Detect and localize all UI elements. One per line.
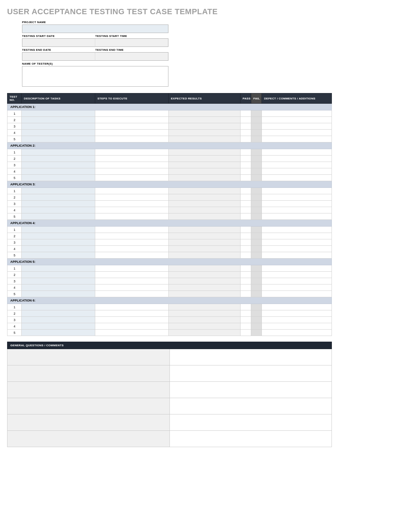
gq-comment-cell[interactable] — [169, 414, 332, 431]
cell-description[interactable] — [22, 123, 95, 130]
cell-steps[interactable] — [95, 207, 169, 213]
cell-expected[interactable] — [168, 194, 240, 201]
cell-fail[interactable] — [251, 239, 262, 246]
cell-fail[interactable] — [251, 284, 262, 291]
cell-steps[interactable] — [95, 272, 169, 278]
cell-steps[interactable] — [95, 323, 169, 330]
cell-description[interactable] — [22, 284, 95, 291]
cell-pass[interactable] — [240, 233, 251, 239]
cell-expected[interactable] — [168, 130, 240, 136]
cell-description[interactable] — [22, 246, 95, 252]
cell-defect[interactable] — [262, 149, 332, 156]
cell-test-no[interactable]: 3 — [7, 278, 22, 284]
cell-test-no[interactable]: 3 — [7, 239, 22, 246]
cell-pass[interactable] — [240, 207, 251, 213]
cell-steps[interactable] — [95, 213, 169, 220]
field-project-name[interactable] — [22, 25, 168, 33]
cell-pass[interactable] — [240, 252, 251, 259]
cell-pass[interactable] — [240, 110, 251, 117]
cell-description[interactable] — [22, 233, 95, 239]
gq-number-cell[interactable] — [7, 398, 170, 414]
field-start-time[interactable] — [95, 38, 168, 47]
cell-description[interactable] — [22, 227, 95, 233]
cell-defect[interactable] — [262, 194, 332, 201]
cell-fail[interactable] — [251, 207, 262, 213]
cell-defect[interactable] — [262, 272, 332, 278]
cell-test-no[interactable]: 3 — [7, 162, 22, 168]
cell-steps[interactable] — [95, 130, 169, 136]
cell-defect[interactable] — [262, 188, 332, 194]
cell-pass[interactable] — [240, 265, 251, 272]
cell-fail[interactable] — [251, 188, 262, 194]
cell-fail[interactable] — [251, 156, 262, 162]
gq-comment-cell[interactable] — [169, 398, 332, 414]
cell-test-no[interactable]: 1 — [7, 265, 22, 272]
cell-test-no[interactable]: 2 — [7, 156, 22, 162]
cell-steps[interactable] — [95, 278, 169, 284]
cell-defect[interactable] — [262, 110, 332, 117]
cell-description[interactable] — [22, 330, 95, 336]
cell-steps[interactable] — [95, 239, 169, 246]
cell-test-no[interactable]: 1 — [7, 188, 22, 194]
cell-description[interactable] — [22, 278, 95, 284]
cell-defect[interactable] — [262, 304, 332, 310]
cell-description[interactable] — [22, 188, 95, 194]
cell-fail[interactable] — [251, 123, 262, 130]
cell-expected[interactable] — [168, 317, 240, 323]
cell-expected[interactable] — [168, 291, 240, 297]
field-end-date[interactable] — [22, 52, 95, 61]
cell-test-no[interactable]: 2 — [7, 272, 22, 278]
cell-expected[interactable] — [168, 149, 240, 156]
cell-defect[interactable] — [262, 213, 332, 220]
cell-steps[interactable] — [95, 188, 169, 194]
cell-defect[interactable] — [262, 330, 332, 336]
cell-pass[interactable] — [240, 278, 251, 284]
gq-number-cell[interactable] — [7, 382, 170, 398]
cell-steps[interactable] — [95, 233, 169, 239]
cell-expected[interactable] — [168, 117, 240, 123]
cell-test-no[interactable]: 2 — [7, 310, 22, 317]
cell-defect[interactable] — [262, 175, 332, 181]
cell-expected[interactable] — [168, 304, 240, 310]
cell-test-no[interactable]: 2 — [7, 117, 22, 123]
cell-expected[interactable] — [168, 239, 240, 246]
cell-expected[interactable] — [168, 188, 240, 194]
cell-description[interactable] — [22, 110, 95, 117]
cell-expected[interactable] — [168, 110, 240, 117]
cell-steps[interactable] — [95, 156, 169, 162]
cell-defect[interactable] — [262, 278, 332, 284]
cell-expected[interactable] — [168, 156, 240, 162]
cell-expected[interactable] — [168, 168, 240, 175]
cell-steps[interactable] — [95, 291, 169, 297]
cell-fail[interactable] — [251, 136, 262, 142]
cell-expected[interactable] — [168, 175, 240, 181]
cell-defect[interactable] — [262, 117, 332, 123]
cell-description[interactable] — [22, 239, 95, 246]
cell-test-no[interactable]: 5 — [7, 213, 22, 220]
cell-test-no[interactable]: 4 — [7, 323, 22, 330]
cell-fail[interactable] — [251, 246, 262, 252]
cell-description[interactable] — [22, 175, 95, 181]
cell-pass[interactable] — [240, 188, 251, 194]
cell-steps[interactable] — [95, 168, 169, 175]
cell-fail[interactable] — [251, 162, 262, 168]
cell-test-no[interactable]: 1 — [7, 304, 22, 310]
cell-expected[interactable] — [168, 246, 240, 252]
cell-test-no[interactable]: 4 — [7, 246, 22, 252]
cell-test-no[interactable]: 5 — [7, 291, 22, 297]
cell-description[interactable] — [22, 265, 95, 272]
cell-test-no[interactable]: 1 — [7, 227, 22, 233]
cell-expected[interactable] — [168, 323, 240, 330]
cell-defect[interactable] — [262, 233, 332, 239]
cell-fail[interactable] — [251, 168, 262, 175]
cell-expected[interactable] — [168, 136, 240, 142]
cell-description[interactable] — [22, 201, 95, 207]
field-end-time[interactable] — [95, 52, 168, 61]
cell-defect[interactable] — [262, 265, 332, 272]
field-testers[interactable] — [22, 66, 168, 87]
cell-pass[interactable] — [240, 130, 251, 136]
cell-steps[interactable] — [95, 252, 169, 259]
cell-fail[interactable] — [251, 227, 262, 233]
cell-pass[interactable] — [240, 162, 251, 168]
cell-pass[interactable] — [240, 156, 251, 162]
